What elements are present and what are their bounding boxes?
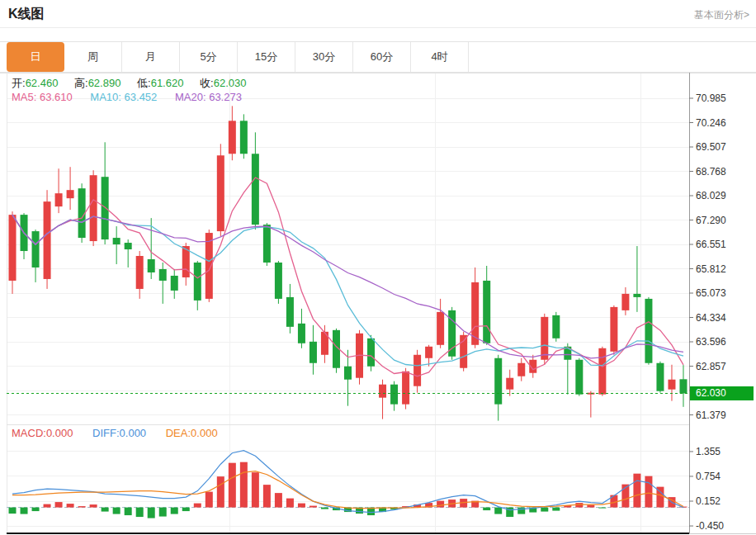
price-axis-tick-label: 68.768 xyxy=(696,166,726,178)
open-label: 开: xyxy=(12,77,26,89)
ohlc-readout: 开:62.460 高:62.890 低:61.620 收:62.030 xyxy=(12,76,259,91)
gridlines xyxy=(7,73,689,533)
price-axis-tick-label: 68.029 xyxy=(696,190,726,201)
tab-month[interactable]: 月 xyxy=(122,42,180,72)
dea-value: 0.000 xyxy=(191,427,218,439)
last-price-badge: 62.030 xyxy=(690,386,754,400)
macd-label: MACD: xyxy=(12,427,46,439)
open-value: 62.460 xyxy=(26,77,59,89)
price-axis: 70.98570.24669.50768.76868.02967.29066.5… xyxy=(689,92,726,421)
ma-readout: MA5: 63.610 MA10: 63.452 MA20: 63.273 xyxy=(12,91,257,103)
page-title: K线图 xyxy=(8,6,45,23)
macd-axis: 1.3550.7540.152-0.450 xyxy=(689,446,724,532)
ma20-readout: MA20: 63.273 xyxy=(175,91,242,103)
tab-5min[interactable]: 5分 xyxy=(180,42,238,72)
macd-axis-tick-label: 0.754 xyxy=(696,471,721,482)
ma20-label: MA20: xyxy=(175,91,206,103)
ma10-line xyxy=(12,215,683,366)
tab-week[interactable]: 周 xyxy=(64,42,122,72)
panel-borders xyxy=(0,73,756,534)
ma5-value: 63.610 xyxy=(40,91,73,103)
ma5-readout: MA5: 63.610 xyxy=(12,91,73,103)
price-axis-tick-label: 69.507 xyxy=(696,141,726,153)
price-axis-tick-label: 63.596 xyxy=(696,336,726,348)
diff-label: DIFF: xyxy=(92,427,120,439)
price-axis-tick-label: 64.334 xyxy=(696,312,726,324)
tab-60min[interactable]: 60分 xyxy=(353,42,411,72)
close-value: 62.030 xyxy=(214,77,247,89)
price-axis-tick-label: 70.985 xyxy=(696,92,726,104)
macd-readout: MACD:0.000 DIFF:0.000 DEA:0.000 xyxy=(12,427,234,439)
close-label: 收: xyxy=(200,77,214,89)
macd-axis-tick-label: -0.450 xyxy=(696,520,724,532)
header-divider xyxy=(0,27,756,28)
price-axis-tick-label: 65.812 xyxy=(696,263,726,275)
diff-value-readout: DIFF:0.000 xyxy=(92,427,146,439)
ma5-line xyxy=(12,178,683,376)
ma10-value: 63.452 xyxy=(125,91,158,103)
diff-value: 0.000 xyxy=(120,427,147,439)
low-value: 61.620 xyxy=(151,77,184,89)
candlestick-series xyxy=(9,106,687,420)
price-axis-tick-label: 70.246 xyxy=(696,117,726,129)
fundamental-analysis-link[interactable]: 基本面分析> xyxy=(694,8,749,22)
tab-30min[interactable]: 30分 xyxy=(295,42,353,72)
tab-4hour[interactable]: 4时 xyxy=(411,42,469,72)
dea-value-readout: DEA:0.000 xyxy=(166,427,218,439)
macd-axis-tick-label: 1.355 xyxy=(696,446,721,457)
macd-histogram xyxy=(9,462,687,518)
last-price-badge-text: 62.030 xyxy=(696,387,726,399)
price-axis-tick-label: 62.857 xyxy=(696,361,726,372)
period-tabbar: 日 周 月 5分 15分 30分 60分 4时 xyxy=(0,41,756,73)
tab-day[interactable]: 日 xyxy=(7,42,64,72)
price-axis-tick-label: 65.073 xyxy=(696,287,726,299)
ma5-label: MA5: xyxy=(12,91,36,103)
macd-value: 0.000 xyxy=(46,427,73,439)
macd-value-readout: MACD:0.000 xyxy=(12,427,73,439)
ma10-label: MA10: xyxy=(90,91,121,103)
ma20-value: 63.273 xyxy=(209,91,242,103)
ma20-line xyxy=(12,215,683,358)
price-axis-tick-label: 61.379 xyxy=(696,410,726,421)
high-label: 高: xyxy=(74,77,88,89)
low-label: 低: xyxy=(137,77,151,89)
high-value: 62.890 xyxy=(88,77,121,89)
price-axis-tick-label: 66.551 xyxy=(696,239,726,250)
dea-label: DEA: xyxy=(166,427,191,439)
price-axis-tick-label: 67.290 xyxy=(696,215,726,226)
tab-15min[interactable]: 15分 xyxy=(238,42,295,72)
macd-axis-tick-label: 0.152 xyxy=(696,495,721,507)
ma10-readout: MA10: 63.452 xyxy=(90,91,157,103)
